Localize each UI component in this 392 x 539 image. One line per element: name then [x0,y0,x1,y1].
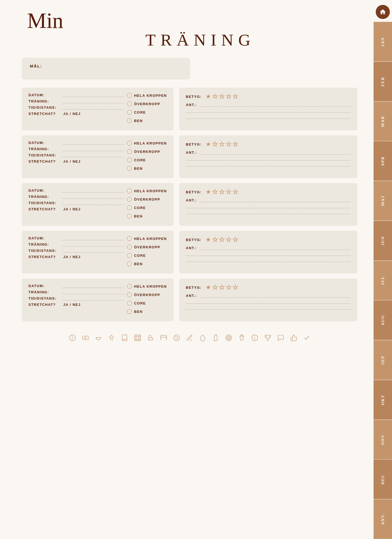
hela-kroppen-option-2[interactable]: HELA KROPPEN [127,141,167,146]
core-option-4[interactable]: CORE [127,253,167,258]
hela-kroppen-option-5[interactable]: HELA KROPPEN [127,284,167,289]
ja-nej[interactable]: JA / NEJ [63,112,81,116]
star-1[interactable]: ★ [206,93,211,100]
star-2-5[interactable]: ★ [233,141,238,148]
radio-core-5[interactable] [127,301,132,306]
star-4-1[interactable]: ★ [206,236,211,243]
radio-hela-kroppen-3[interactable] [127,188,132,193]
home-button[interactable] [376,5,390,19]
month-mar[interactable]: MAR [374,101,392,141]
month-feb[interactable]: FEB [374,62,392,101]
ben-option-5[interactable]: BEN [127,309,167,314]
datum-dots-3[interactable] [62,189,124,193]
radio-overkropp-3[interactable] [127,197,132,202]
overkropp-option-2[interactable]: ÖVERKROPP [127,149,167,154]
overkropp-option-4[interactable]: ÖVERKROPP [127,245,167,249]
tid-dots-3[interactable] [62,201,124,205]
star-4-3[interactable]: ★ [219,236,225,243]
star-5-5[interactable]: ★ [233,284,238,291]
radio-ben-2[interactable] [127,166,132,171]
ja-nej-2[interactable]: JA / NEJ [63,159,81,163]
star-3-4[interactable]: ★ [226,188,231,195]
core-option-3[interactable]: CORE [127,205,167,210]
radio-core[interactable] [127,110,132,115]
radio-ben-3[interactable] [127,214,132,219]
star-4-2[interactable]: ★ [212,236,218,243]
overkropp-option-3[interactable]: ÖVERKROPP [127,197,167,202]
radio-hela-kroppen-5[interactable] [127,284,132,289]
hela-kroppen-option[interactable]: HELA KROPPEN [127,93,167,98]
month-jan[interactable]: JAN [374,22,392,62]
traning-dots-2[interactable] [62,147,124,151]
ant-line-1[interactable] [186,109,350,113]
ant-line-2[interactable] [186,115,350,119]
star-4-4[interactable]: ★ [226,236,231,243]
month-jun[interactable]: JUN [374,221,392,261]
star-4-5[interactable]: ★ [233,236,238,243]
month-okt[interactable]: OKT [374,380,392,420]
ant-line-2-2[interactable] [186,163,350,166]
datum-dots-2[interactable] [62,141,124,145]
month-jul[interactable]: JUL [374,261,392,300]
hela-kroppen-option-3[interactable]: HELA KROPPEN [127,188,167,193]
datum-dots-4[interactable] [62,236,124,240]
ja-nej-5[interactable]: JA / NEJ [63,303,81,307]
ja-nej-3[interactable]: JA / NEJ [63,207,81,211]
traning-dots-4[interactable] [62,243,124,246]
star-4[interactable]: ★ [226,93,231,100]
traning-dots-5[interactable] [62,290,124,294]
tid-dots[interactable] [62,106,124,110]
star-3-1[interactable]: ★ [206,188,211,195]
month-nov[interactable]: NOV [374,420,392,460]
star-5[interactable]: ★ [233,93,238,100]
star-3-5[interactable]: ★ [233,188,238,195]
ant-dots-5[interactable] [200,294,350,298]
tid-dots-5[interactable] [62,297,124,300]
ben-option[interactable]: BEN [127,118,167,123]
star-5-1[interactable]: ★ [206,284,211,291]
tid-dots-2[interactable] [62,153,124,157]
month-apr[interactable]: APR [374,141,392,181]
star-5-4[interactable]: ★ [226,284,231,291]
month-dec[interactable]: DEC [374,459,392,499]
radio-core-2[interactable] [127,158,132,162]
radio-core-3[interactable] [127,205,132,210]
radio-ben[interactable] [127,118,132,123]
star-3[interactable]: ★ [219,93,225,100]
radio-core-4[interactable] [127,253,132,258]
radio-overkropp[interactable] [127,101,132,106]
radio-overkropp-4[interactable] [127,245,132,249]
ant-dots-4[interactable] [200,246,350,250]
ant-line-5-1[interactable] [186,300,350,304]
ant-line-2-1[interactable] [186,157,350,161]
star-2-3[interactable]: ★ [219,141,225,148]
radio-ben-4[interactable] [127,261,132,266]
star-3-2[interactable]: ★ [212,188,218,195]
month-sep[interactable]: SEP [374,340,392,380]
ant-dots-1[interactable] [200,103,350,107]
radio-overkropp-5[interactable] [127,292,132,297]
tid-dots-4[interactable] [62,249,124,253]
radio-hela-kroppen[interactable] [127,93,132,98]
ant-line-3-2[interactable] [186,210,350,214]
core-option-5[interactable]: CORE [127,301,167,306]
ant-line-4-2[interactable] [186,258,350,262]
ja-nej-4[interactable]: JA / NEJ [63,255,81,259]
traning-dots[interactable] [62,100,124,103]
ant-dots-2[interactable] [200,151,350,155]
overkropp-option-5[interactable]: ÖVERKROPP [127,292,167,297]
radio-hela-kroppen-2[interactable] [127,141,132,146]
traning-dots-3[interactable] [62,195,124,199]
star-2-4[interactable]: ★ [226,141,231,148]
datum-dots[interactable] [62,93,124,97]
ant-line-3-1[interactable] [186,204,350,208]
overkropp-option[interactable]: ÖVERKROPP [127,101,167,106]
radio-ben-5[interactable] [127,309,132,314]
core-option-2[interactable]: CORE [127,158,167,162]
star-3-3[interactable]: ★ [219,188,225,195]
core-option[interactable]: CORE [127,110,167,115]
star-5-2[interactable]: ★ [212,284,218,291]
ben-option-3[interactable]: BEN [127,214,167,219]
star-2-1[interactable]: ★ [206,141,211,148]
ant-line-4-1[interactable] [186,252,350,256]
